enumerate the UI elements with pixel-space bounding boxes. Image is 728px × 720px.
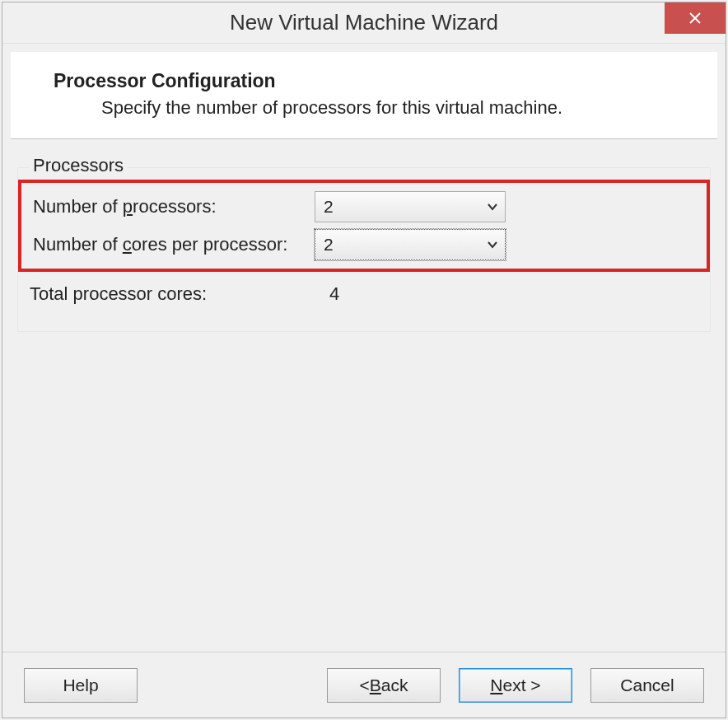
highlight-annotation: Number of processors: 2 Number of cores … [18,180,710,272]
chevron-down-icon [480,203,505,211]
wizard-header: Processor Configuration Specify the numb… [11,52,717,139]
back-button[interactable]: < Back [327,668,441,703]
cores-value: 2 [315,235,480,255]
total-value: 4 [320,283,339,305]
processors-combo[interactable]: 2 [315,191,506,222]
processors-label: Number of processors: [25,196,315,217]
chevron-down-icon [480,241,505,249]
label-post: rocessors: [133,196,216,217]
close-button[interactable] [665,2,726,34]
page-subtitle: Specify the number of processors for thi… [24,97,704,119]
label-mnemonic: c [123,234,132,255]
window-title: New Virtual Machine Wizard [230,10,498,35]
help-button[interactable]: Help [24,668,138,703]
label-post: ext > [503,676,541,695]
label-post: ack [381,676,408,695]
label-mnemonic: B [370,676,381,695]
wizard-content: Processors Number of processors: 2 [2,139,726,652]
cores-combo[interactable]: 2 [315,229,506,260]
label-mnemonic: N [490,676,502,695]
close-icon [688,12,702,25]
label-pre: Number of [33,234,123,255]
wizard-window: New Virtual Machine Wizard Processor Con… [2,2,726,718]
processors-group: Processors Number of processors: 2 [17,167,711,332]
label-pre: < [360,676,370,695]
button-label: Help [63,676,98,695]
processors-value: 2 [315,197,480,217]
button-label: Cancel [620,676,674,695]
next-button[interactable]: Next > [459,668,572,703]
page-title: Processor Configuration [24,70,704,92]
group-legend: Processors [30,155,127,176]
titlebar: New Virtual Machine Wizard [2,2,726,44]
label-post: ores per processor: [132,234,288,255]
processors-row: Number of processors: 2 [25,188,700,226]
label-pre: Number of [33,196,123,217]
wizard-button-bar: Help < Back Next > Cancel [2,652,726,718]
total-label: Total processor cores: [30,283,320,305]
cores-row: Number of cores per processor: 2 [25,226,700,264]
cores-label: Number of cores per processor: [25,234,315,255]
total-row: Total processor cores: 4 [18,272,710,316]
cancel-button[interactable]: Cancel [590,668,704,703]
label-mnemonic: p [123,196,133,217]
